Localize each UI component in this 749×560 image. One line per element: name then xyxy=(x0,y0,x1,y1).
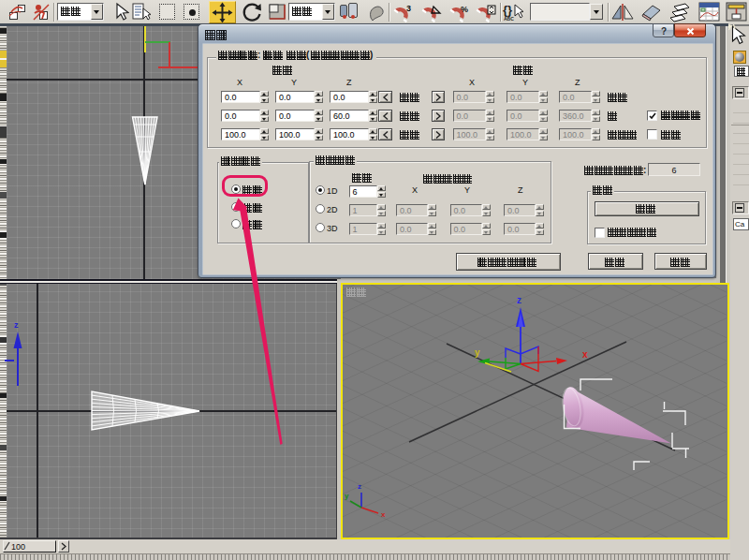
svg-text:z: z xyxy=(517,295,521,305)
svg-text:y: y xyxy=(475,347,480,358)
svg-text:x: x xyxy=(381,510,386,519)
svg-text:z: z xyxy=(14,320,19,330)
svg-text:%: % xyxy=(461,5,468,14)
svg-text:z: z xyxy=(358,482,361,491)
svg-text:3: 3 xyxy=(406,4,411,13)
svg-text:y: y xyxy=(345,492,349,500)
svg-text:x: x xyxy=(582,349,588,360)
